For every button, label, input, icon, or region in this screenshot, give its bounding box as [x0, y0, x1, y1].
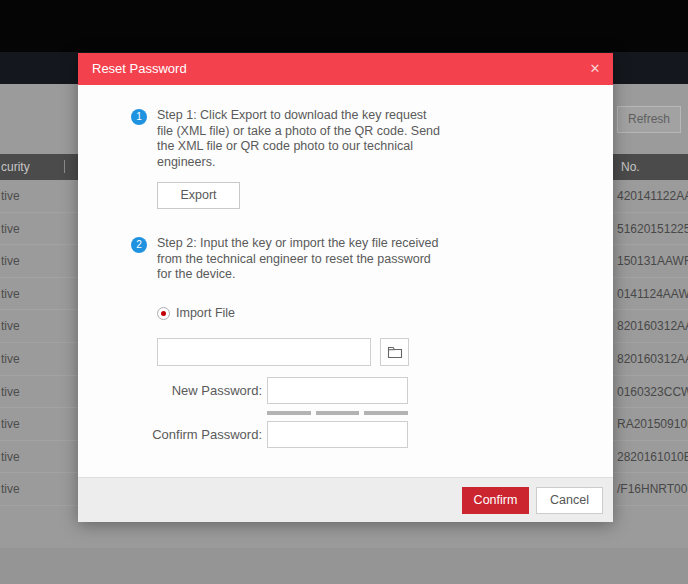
step1-instructions: Step 1: Click Export to download the key…: [157, 108, 440, 170]
screen: Refresh curity No. tive420141122AAW tive…: [0, 0, 688, 584]
serial-cell: /F16HNRT00-: [617, 482, 688, 496]
strength-bar: [316, 411, 360, 415]
status-cell: tive: [1, 287, 20, 301]
step2-instructions: Step 2: Input the key or import the key …: [157, 236, 438, 283]
serial-cell: 820160312AA: [617, 319, 688, 333]
status-cell: tive: [1, 222, 20, 236]
bottom-strip: [0, 548, 688, 584]
radio-selected-dot: [161, 311, 166, 316]
step1-line: file (XML file) or take a photo of the Q…: [157, 124, 440, 140]
password-strength-meter: [267, 411, 408, 415]
status-cell: tive: [1, 319, 20, 333]
status-cell: tive: [1, 450, 20, 464]
status-cell: tive: [1, 189, 20, 203]
column-divider: [64, 160, 65, 173]
security-column-header[interactable]: curity: [1, 160, 30, 174]
confirm-password-label: Confirm Password:: [78, 421, 262, 448]
status-cell: tive: [1, 254, 20, 268]
serial-cell: 0141124AAWR: [617, 287, 688, 301]
key-file-path-input[interactable]: [157, 338, 371, 366]
confirm-password-input[interactable]: [267, 421, 408, 448]
strength-bar: [364, 411, 408, 415]
dialog-title: Reset Password: [92, 61, 187, 76]
status-cell: tive: [1, 417, 20, 431]
step1-line: Step 1: Click Export to download the key…: [157, 108, 440, 124]
serial-cell: 0160323CCWR: [617, 385, 688, 399]
serial-cell: 2820161010BE: [617, 450, 688, 464]
status-cell: tive: [1, 352, 20, 366]
serial-cell: 820160312AA: [617, 352, 688, 366]
step2-line: Step 2: Input the key or import the key …: [157, 236, 438, 252]
step1-badge: 1: [131, 109, 147, 125]
step2-line: from the technical engineer to reset the…: [157, 252, 438, 268]
new-password-label: New Password:: [78, 377, 262, 404]
cancel-button[interactable]: Cancel: [536, 487, 603, 514]
dialog-footer: Confirm Cancel: [78, 477, 613, 522]
close-icon[interactable]: ✕: [586, 60, 604, 78]
status-cell: tive: [1, 385, 20, 399]
strength-bar: [267, 411, 311, 415]
refresh-button[interactable]: Refresh: [617, 106, 681, 133]
step1-line: engineers.: [157, 155, 440, 171]
serial-cell: 150131AAWRS: [617, 254, 688, 268]
top-black-bar: [0, 0, 688, 52]
serial-cell: 51620151225C: [617, 222, 688, 236]
serial-no-column-header[interactable]: No.: [621, 160, 640, 174]
status-cell: tive: [1, 482, 20, 496]
import-file-label: Import File: [176, 306, 235, 320]
dialog-header: Reset Password ✕: [78, 53, 613, 85]
serial-cell: 420141122AAW: [617, 189, 688, 203]
browse-file-button[interactable]: [380, 338, 409, 366]
new-password-input[interactable]: [267, 377, 408, 404]
confirm-button[interactable]: Confirm: [462, 487, 529, 514]
reset-password-dialog: Reset Password ✕ 1 Step 1: Click Export …: [78, 53, 613, 522]
step2-badge: 2: [131, 237, 147, 253]
step1-line: the XML file or QR code photo to our tec…: [157, 139, 440, 155]
export-button[interactable]: Export: [157, 182, 240, 209]
radio-button-icon[interactable]: [157, 307, 170, 320]
dialog-body: 1 Step 1: Click Export to download the k…: [78, 85, 613, 477]
folder-icon: [387, 345, 403, 359]
step2-line: for the device.: [157, 267, 438, 283]
serial-cell: RA20150910B: [617, 417, 688, 431]
